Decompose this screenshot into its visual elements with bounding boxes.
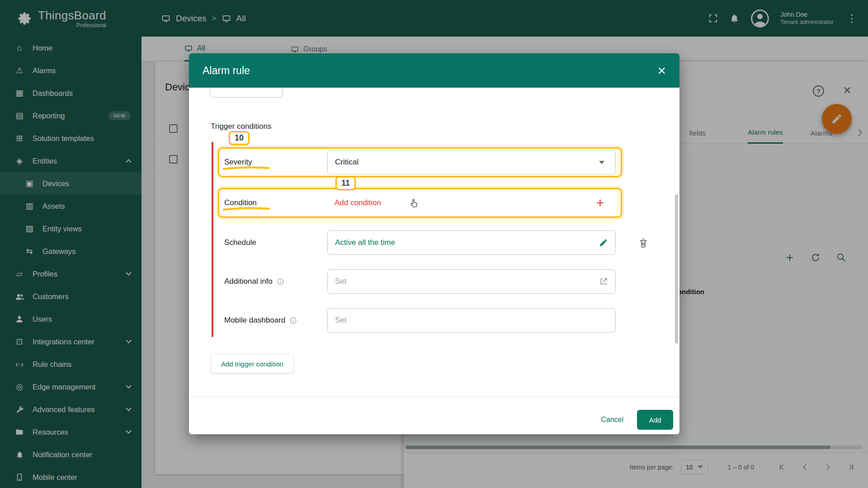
additional-info-row: Additional info Set (218, 267, 622, 296)
mobile-dashboard-row: Mobile dashboard Set (218, 306, 622, 334)
delete-trigger-trash-icon[interactable] (637, 237, 649, 249)
cancel-button[interactable]: Cancel (601, 416, 623, 424)
additional-info-label-text: Additional info (224, 277, 273, 286)
add-condition-plus-icon[interactable]: + (596, 197, 604, 210)
yellow-marker-underline (223, 166, 270, 170)
severity-label: Severity (224, 158, 327, 167)
schedule-field[interactable]: Active all the time (327, 230, 616, 255)
tutorial-step-badge-10: 10 (229, 131, 250, 145)
add-button[interactable]: Add (637, 410, 673, 430)
alarm-rule-dialog: Alarm rule × Trigger conditions Severity… (189, 53, 679, 434)
add-trigger-condition-button[interactable]: Add trigger condition (211, 354, 294, 373)
condition-label: Condition (224, 198, 327, 207)
mobile-dashboard-field[interactable]: Set (327, 308, 616, 333)
section-divider (189, 397, 679, 397)
info-icon (289, 317, 297, 324)
schedule-row: Schedule Active all the time (218, 229, 622, 257)
cursor-pointer-icon (409, 198, 420, 209)
additional-info-label: Additional info (224, 277, 327, 286)
trigger-conditions-title: Trigger conditions (211, 122, 272, 131)
dropdown-caret-icon (599, 161, 604, 164)
dialog-close-icon[interactable]: × (657, 63, 666, 78)
severity-row: Severity Critical (218, 147, 622, 177)
add-condition-area[interactable]: Add condition + (327, 191, 616, 215)
mobile-dashboard-label: Mobile dashboard (224, 316, 327, 325)
open-in-new-icon[interactable] (599, 277, 608, 286)
dialog-body: Trigger conditions Severity Critical Con… (189, 88, 679, 405)
condition-label-text: Condition (224, 198, 257, 207)
mobile-dashboard-placeholder: Set (335, 316, 347, 325)
add-condition-link[interactable]: Add condition (335, 198, 381, 207)
dialog-header: Alarm rule × (189, 53, 679, 88)
info-icon (277, 278, 284, 286)
dialog-title: Alarm rule (203, 65, 250, 77)
condition-row: Condition Add condition + (218, 188, 622, 218)
schedule-value: Active all the time (335, 238, 395, 247)
required-indicator-bar (212, 142, 213, 337)
severity-label-text: Severity (224, 158, 252, 167)
schedule-label-text: Schedule (224, 238, 256, 247)
schedule-edit-pencil-icon[interactable] (599, 238, 608, 247)
severity-value: Critical (335, 158, 359, 167)
schedule-label: Schedule (224, 238, 327, 247)
severity-select[interactable]: Critical (327, 150, 616, 174)
mobile-dashboard-label-text: Mobile dashboard (224, 316, 285, 325)
dialog-footer: Cancel Add (189, 405, 679, 434)
additional-info-placeholder: Set (335, 277, 347, 286)
vertical-scrollbar-thumb[interactable] (675, 194, 678, 343)
tutorial-step-badge-11: 11 (335, 176, 356, 190)
scrolled-field-fragment (210, 88, 283, 98)
yellow-marker-underline (223, 206, 270, 211)
additional-info-field[interactable]: Set (327, 269, 616, 294)
